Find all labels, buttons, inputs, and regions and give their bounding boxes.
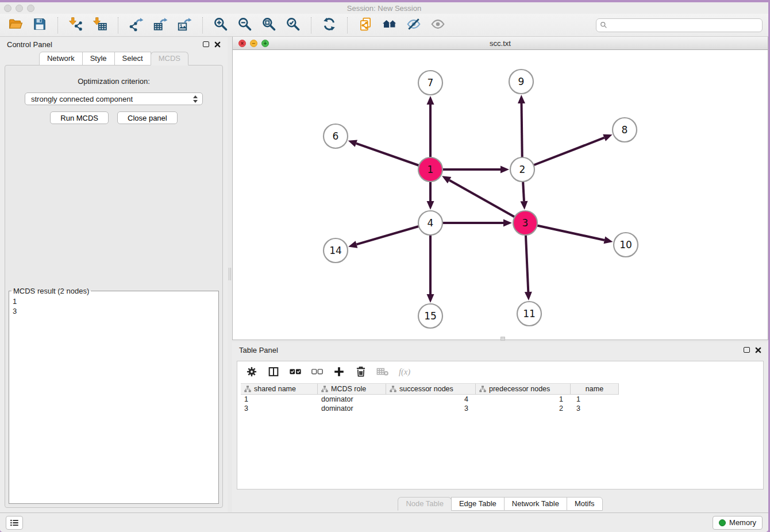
tab-motifs[interactable]: Motifs	[567, 497, 603, 511]
toolbar-separator	[57, 17, 58, 33]
zoom-selected-icon	[286, 17, 301, 33]
zoom-window-button[interactable]	[27, 5, 34, 12]
toolbar-separator	[311, 17, 311, 33]
add-row-button[interactable]	[333, 366, 345, 379]
import-table-button[interactable]	[90, 17, 110, 34]
column-header[interactable]: shared name	[241, 384, 318, 394]
graph-node[interactable]: 4	[418, 211, 442, 235]
graph-node[interactable]: 8	[613, 118, 637, 142]
export-network-button[interactable]	[126, 17, 146, 34]
search-input[interactable]	[610, 21, 759, 29]
mcds-result-list[interactable]: 13	[9, 295, 211, 296]
zoom-selected-button[interactable]	[283, 17, 303, 34]
close-panel-icon[interactable]	[214, 41, 221, 48]
zoom-fit-button[interactable]	[259, 17, 279, 34]
table-panel: Table Panel f(x) shared nameMCDS rolesuc…	[232, 342, 768, 512]
network-window-title: scc.txt	[233, 39, 768, 48]
import-network-button[interactable]	[66, 17, 86, 34]
splitter-grip-h[interactable]	[500, 337, 505, 341]
select-all-button[interactable]	[289, 366, 302, 379]
memory-button[interactable]: Memory	[713, 516, 763, 530]
column-header[interactable]: successor nodes	[386, 384, 476, 394]
mcds-result-title: MCDS result (2 nodes)	[11, 287, 91, 295]
graph-node[interactable]: 6	[324, 124, 348, 148]
tab-select[interactable]: Select	[114, 52, 151, 65]
graph-node[interactable]: 10	[614, 233, 638, 257]
tab-network-table[interactable]: Network Table	[504, 497, 567, 511]
network-table-splitter[interactable]	[232, 340, 768, 342]
hide-selected-button[interactable]	[404, 17, 424, 34]
task-history-button[interactable]	[6, 516, 23, 530]
maximize-network-button[interactable]: +	[261, 40, 269, 47]
optimization-select-value: strongly connected component	[31, 95, 133, 103]
graph-edge[interactable]	[522, 138, 605, 169]
table-row[interactable]: 3dominator323	[241, 404, 763, 413]
graph-node[interactable]: 14	[324, 238, 348, 263]
close-window-button[interactable]	[4, 5, 11, 12]
unselect-all-button[interactable]	[311, 366, 324, 379]
copy-network-button[interactable]	[356, 17, 375, 34]
graph-node[interactable]: 9	[509, 70, 533, 94]
network-window: × − + scc.txt 7 9 6 8 1 2 4	[232, 37, 768, 340]
mcds-result-item[interactable]: 3	[13, 306, 211, 316]
show-columns-button[interactable]	[267, 366, 280, 379]
float-table-panel-icon[interactable]	[744, 347, 750, 353]
graph-node[interactable]: 7	[418, 71, 442, 95]
column-header[interactable]: MCDS role	[318, 384, 386, 394]
graph-edge-arrow	[503, 219, 512, 227]
copy-network-icon	[358, 17, 373, 33]
export-image-button[interactable]	[175, 17, 194, 34]
minimize-window-button[interactable]	[16, 5, 23, 12]
table-settings-button[interactable]	[245, 366, 258, 379]
save-icon	[32, 17, 47, 33]
open-session-button[interactable]	[6, 17, 25, 34]
svg-text:f(x): f(x)	[399, 367, 410, 376]
graph-edge[interactable]	[449, 180, 525, 223]
close-network-button[interactable]: ×	[238, 40, 246, 47]
graph-node[interactable]: 1	[418, 157, 442, 182]
export-table-button[interactable]	[151, 17, 170, 34]
tab-network[interactable]: Network	[39, 52, 83, 65]
column-header[interactable]: name	[571, 384, 619, 394]
graph-node[interactable]: 11	[517, 302, 541, 326]
graph-edge-arrow	[427, 201, 434, 210]
table-row[interactable]: 1dominator411	[241, 395, 763, 404]
tab-edge-table[interactable]: Edge Table	[451, 497, 505, 511]
close-panel-button[interactable]: Close panel	[117, 111, 178, 124]
refresh-button[interactable]	[319, 17, 339, 34]
graph-node[interactable]: 15	[418, 304, 442, 328]
tab-node-table[interactable]: Node Table	[398, 497, 452, 511]
float-panel-icon[interactable]	[203, 41, 209, 47]
gear-icon	[245, 365, 258, 380]
column-header[interactable]: predecessor nodes	[476, 384, 571, 394]
minimize-network-button[interactable]: −	[250, 40, 257, 47]
save-session-button[interactable]	[30, 17, 49, 34]
tab-style[interactable]: Style	[82, 52, 115, 65]
graph-node-label: 1	[428, 164, 434, 175]
table-cell: 3	[241, 404, 318, 413]
graph-node[interactable]: 2	[510, 157, 534, 182]
network-canvas[interactable]: 7 9 6 8 1 2 4 3 14 10 15 11	[233, 50, 768, 340]
add-icon	[333, 365, 345, 380]
table-cell: 4	[386, 395, 476, 404]
network-graph[interactable]: 7 9 6 8 1 2 4 3 14 10 15 11	[233, 50, 768, 340]
delete-button[interactable]	[355, 366, 367, 379]
first-neighbors-button[interactable]	[380, 17, 399, 34]
columns-icon	[267, 365, 280, 380]
splitter-grip[interactable]	[229, 268, 231, 280]
main-area: Control Panel NetworkStyleSelectMCDS Opt…	[0, 37, 768, 512]
graph-node[interactable]: 3	[513, 211, 537, 235]
table-cell: 3	[386, 404, 476, 413]
zoom-out-button[interactable]	[235, 17, 255, 34]
graph-edge-arrow	[348, 140, 357, 147]
close-table-panel-icon[interactable]	[755, 347, 761, 353]
tab-mcds[interactable]: MCDS	[151, 52, 188, 65]
mcds-result-item[interactable]: 1	[13, 296, 211, 306]
panel-splitter[interactable]	[228, 37, 232, 512]
export-network-icon	[129, 17, 144, 33]
search-field[interactable]	[596, 18, 763, 32]
table-cell: 1	[241, 395, 318, 404]
optimization-select[interactable]: strongly connected component	[25, 92, 203, 105]
zoom-in-button[interactable]	[211, 17, 230, 34]
run-mcds-button[interactable]: Run MCDS	[50, 111, 109, 124]
